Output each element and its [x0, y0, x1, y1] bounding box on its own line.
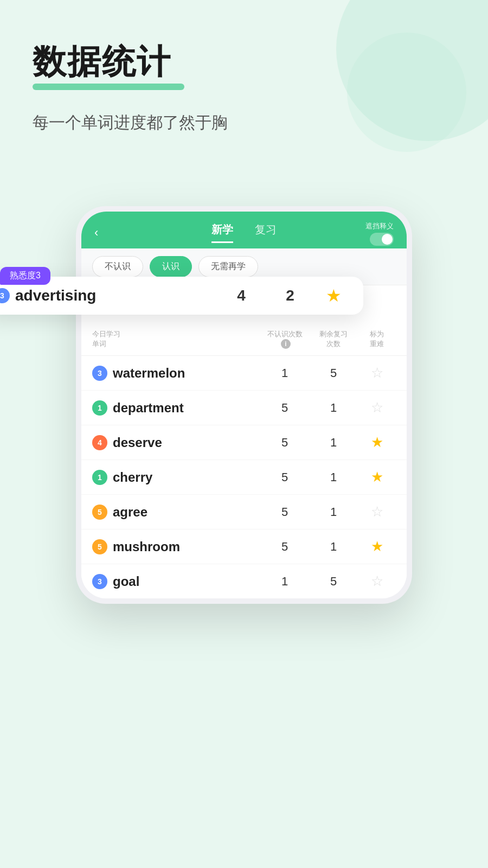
- phone-mockup-wrapper: ‹ 新学 复习 遮挡释义 不认识 认识 无需再学: [76, 206, 412, 604]
- filter-unknown[interactable]: 不认识: [92, 256, 143, 277]
- filter-no-need[interactable]: 无需再学: [198, 256, 258, 277]
- level-badge: 4: [92, 435, 107, 450]
- phone-inner: ‹ 新学 复习 遮挡释义 不认识 认识 无需再学: [81, 212, 407, 598]
- col-header-word: 今日学习单词: [92, 329, 260, 349]
- level-badge: 5: [92, 505, 107, 520]
- word-label: deserve: [113, 435, 162, 450]
- tab-new[interactable]: 新学: [211, 222, 233, 243]
- star-button[interactable]: ☆: [358, 503, 396, 520]
- featured-card: 熟悉度3 3 advertising 4 2 ★: [0, 277, 363, 315]
- featured-word: advertising: [15, 287, 96, 304]
- toggle-area: 遮挡释义: [365, 221, 394, 246]
- level-badge: 3: [92, 366, 107, 381]
- word-label: agree: [113, 505, 147, 520]
- word-row: 3 goal 1 5 ☆: [81, 564, 407, 598]
- count1: 5: [260, 436, 309, 450]
- filter-know[interactable]: 认识: [150, 256, 192, 277]
- page-title: 数据统计: [33, 43, 455, 80]
- familiarity-badge: 熟悉度3: [0, 267, 50, 285]
- word-label: mushroom: [113, 539, 180, 554]
- featured-star[interactable]: ★: [314, 285, 352, 306]
- level-badge: 3: [92, 574, 107, 589]
- back-button[interactable]: ‹: [94, 226, 98, 240]
- featured-count1: 4: [217, 287, 266, 304]
- phone-mockup: ‹ 新学 复习 遮挡释义 不认识 认识 无需再学: [76, 206, 412, 604]
- phone-navbar: ‹ 新学 复习 遮挡释义: [81, 212, 407, 248]
- count2: 1: [309, 505, 358, 519]
- count2: 5: [309, 575, 358, 589]
- title-underline: [33, 84, 184, 90]
- info-icon: i: [281, 339, 291, 349]
- star-button[interactable]: ★: [358, 434, 396, 451]
- count1: 5: [260, 401, 309, 415]
- word-label: watermelon: [113, 366, 185, 381]
- word-label: cherry: [113, 470, 152, 485]
- level-badge: 1: [92, 470, 107, 485]
- featured-word-row: 3 advertising 4 2 ★: [0, 277, 363, 315]
- star-button[interactable]: ☆: [358, 399, 396, 416]
- col-header-star: 标为重难: [358, 329, 396, 349]
- count2: 1: [309, 401, 358, 415]
- count2: 1: [309, 540, 358, 554]
- count1: 1: [260, 575, 309, 589]
- subtitle: 每一个单词进度都了然于胸: [33, 112, 455, 134]
- count2: 1: [309, 436, 358, 450]
- word-row: 5 mushroom 5 1 ★: [81, 529, 407, 564]
- count1: 5: [260, 540, 309, 554]
- word-label: goal: [113, 574, 139, 589]
- page-header: 数据统计 每一个单词进度都了然于胸: [0, 0, 488, 134]
- toggle-knob: [382, 234, 393, 245]
- word-label: department: [113, 400, 184, 416]
- count1: 1: [260, 366, 309, 380]
- star-button[interactable]: ☆: [358, 365, 396, 381]
- level-badge: 1: [92, 400, 107, 416]
- toggle-label: 遮挡释义: [365, 221, 394, 231]
- tab-review[interactable]: 复习: [255, 222, 277, 243]
- nav-tabs: 新学 复习: [211, 222, 277, 243]
- col-header-unknown: 不认识次数 i: [260, 329, 309, 349]
- featured-level-badge: 3: [0, 288, 10, 303]
- level-badge: 5: [92, 539, 107, 554]
- star-button[interactable]: ☆: [358, 573, 396, 590]
- col-header-remaining: 剩余复习次数: [309, 329, 358, 349]
- star-button[interactable]: ★: [358, 469, 396, 486]
- featured-count2: 2: [266, 287, 314, 304]
- word-row: 1 cherry 5 1 ★: [81, 460, 407, 495]
- word-list: 今日学习单词 不认识次数 i 剩余复习次数 标为重难 3 watermelon …: [81, 285, 407, 598]
- word-row: 4 deserve 5 1 ★: [81, 425, 407, 460]
- count1: 5: [260, 505, 309, 519]
- count2: 1: [309, 470, 358, 484]
- count1: 5: [260, 470, 309, 484]
- word-row: 5 agree 5 1 ☆: [81, 495, 407, 529]
- word-row: 1 department 5 1 ☆: [81, 391, 407, 425]
- count2: 5: [309, 366, 358, 380]
- toggle-switch[interactable]: [370, 233, 394, 246]
- word-row: 3 watermelon 1 5 ☆: [81, 356, 407, 391]
- star-button[interactable]: ★: [358, 538, 396, 555]
